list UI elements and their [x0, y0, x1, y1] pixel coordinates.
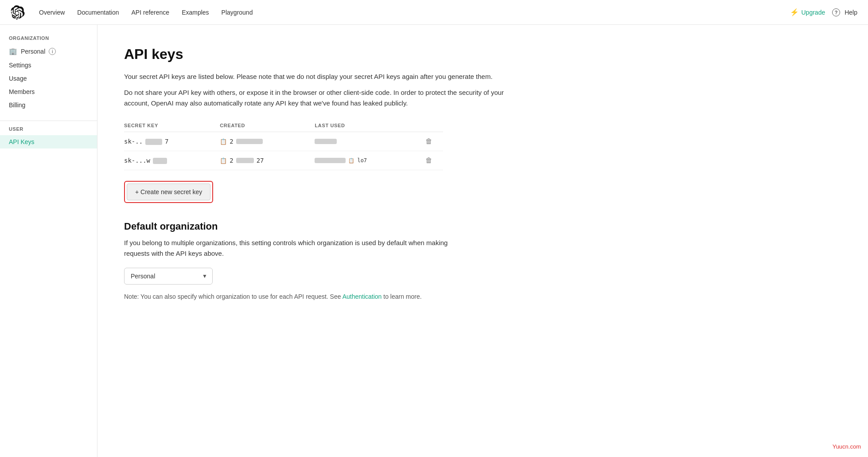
billing-label: Billing — [9, 102, 25, 109]
create-secret-key-button[interactable]: + Create new secret key — [127, 184, 210, 200]
delete-cell-2[interactable]: 🗑 — [425, 151, 443, 170]
sidebar: ORGANIZATION 🏢 Personal i Settings Usage… — [0, 25, 97, 457]
upgrade-label: Upgrade — [802, 9, 825, 16]
usage-label: Usage — [9, 75, 27, 82]
key-blurred-1 — [145, 139, 162, 145]
api-keys-label: API Keys — [9, 138, 35, 145]
last-used-suffix-2: lo7 — [357, 157, 367, 164]
note-suffix: to learn more. — [383, 293, 421, 300]
page-title: API keys — [124, 46, 841, 62]
nav-api-reference[interactable]: API reference — [132, 7, 170, 18]
info-icon[interactable]: i — [49, 48, 56, 55]
building-icon: 🏢 — [9, 47, 17, 55]
nav-links: Overview Documentation API reference Exa… — [39, 7, 776, 18]
create-btn-wrapper: + Create new secret key — [124, 181, 213, 203]
created-blurred-1 — [236, 139, 263, 144]
last-used-blurred-2a — [315, 158, 346, 163]
note-prefix: Note: You can also specify which organiz… — [124, 293, 343, 300]
delete-icon-2[interactable]: 🗑 — [425, 156, 432, 164]
created-prefix-2: 2 — [230, 157, 233, 164]
calendar-icon-2: 📋 — [220, 157, 227, 164]
calendar-icon-last-2: 📋 — [348, 158, 354, 164]
sidebar-user-label: USER — [0, 126, 97, 132]
key-prefix-2: sk-...w — [124, 157, 150, 164]
page-layout: ORGANIZATION 🏢 Personal i Settings Usage… — [0, 25, 868, 457]
created-cell-2: 📋 2 27 — [220, 151, 315, 170]
settings-label: Settings — [9, 62, 31, 69]
created-suffix-2: 27 — [257, 157, 264, 164]
personal-label: Personal — [21, 48, 45, 55]
nav-playground[interactable]: Playground — [222, 7, 253, 18]
table-row: sk-.. 7 📋 2 — [124, 132, 443, 151]
calendar-icon-1: 📋 — [220, 138, 227, 145]
sidebar-item-personal[interactable]: 🏢 Personal i — [0, 44, 97, 59]
org-select-wrapper: Personal ▼ — [124, 268, 213, 285]
created-cell-1: 📋 2 — [220, 132, 315, 151]
created-prefix-1: 2 — [230, 138, 233, 145]
col-secret-key: SECRET KEY — [124, 119, 220, 132]
col-created: CREATED — [220, 119, 315, 132]
sidebar-org-label: ORGANIZATION — [0, 35, 97, 41]
watermark: Yuucn.com — [833, 443, 861, 450]
col-last-used: LAST USED — [315, 119, 425, 132]
default-org-title: Default organization — [124, 221, 841, 232]
sidebar-item-api-keys[interactable]: API Keys — [0, 135, 97, 148]
last-used-cell-2: 📋 lo7 — [315, 151, 425, 170]
sidebar-user-group: USER API Keys — [0, 126, 97, 148]
nav-overview[interactable]: Overview — [39, 7, 65, 18]
logo[interactable] — [11, 5, 25, 20]
help-button[interactable]: ? Help — [832, 8, 857, 16]
sidebar-item-settings[interactable]: Settings — [0, 59, 97, 72]
nav-documentation[interactable]: Documentation — [77, 7, 119, 18]
help-label: Help — [845, 9, 857, 16]
nav-examples[interactable]: Examples — [182, 7, 209, 18]
members-label: Members — [9, 88, 35, 95]
help-circle-icon: ? — [832, 8, 840, 16]
main-content: API keys Your secret API keys are listed… — [97, 25, 868, 457]
last-used-blurred-1 — [315, 139, 337, 144]
sidebar-item-members[interactable]: Members — [0, 85, 97, 98]
key-cell-2: sk-...w — [124, 151, 220, 170]
sidebar-org-group: ORGANIZATION 🏢 Personal i Settings Usage… — [0, 35, 97, 112]
key-cell-1: sk-.. 7 — [124, 132, 220, 151]
key-prefix-1: sk-.. — [124, 138, 143, 145]
description-2: Do not share your API key with others, o… — [124, 87, 505, 109]
authentication-link[interactable]: Authentication — [343, 293, 382, 300]
last-used-cell-1 — [315, 132, 425, 151]
table-row: sk-...w 📋 2 27 📋 — [124, 151, 443, 170]
top-navigation: Overview Documentation API reference Exa… — [0, 0, 868, 25]
upgrade-button[interactable]: ⚡ Upgrade — [790, 8, 825, 16]
description-1: Your secret API keys are listed below. P… — [124, 71, 505, 82]
key-suffix-1: 7 — [165, 138, 168, 145]
nav-actions: ⚡ Upgrade ? Help — [790, 8, 858, 16]
upgrade-icon: ⚡ — [790, 8, 799, 16]
delete-cell-1[interactable]: 🗑 — [425, 132, 443, 151]
api-keys-table: SECRET KEY CREATED LAST USED sk-.. 7 — [124, 119, 443, 170]
created-blurred-2 — [236, 158, 254, 163]
note-text: Note: You can also specify which organiz… — [124, 292, 470, 301]
default-org-desc: If you belong to multiple organizations,… — [124, 238, 470, 259]
sidebar-divider — [0, 121, 97, 121]
delete-icon-1[interactable]: 🗑 — [425, 137, 432, 145]
sidebar-item-usage[interactable]: Usage — [0, 72, 97, 85]
org-select[interactable]: Personal — [124, 268, 213, 285]
key-blurred-2 — [153, 158, 167, 164]
sidebar-item-billing[interactable]: Billing — [0, 98, 97, 112]
